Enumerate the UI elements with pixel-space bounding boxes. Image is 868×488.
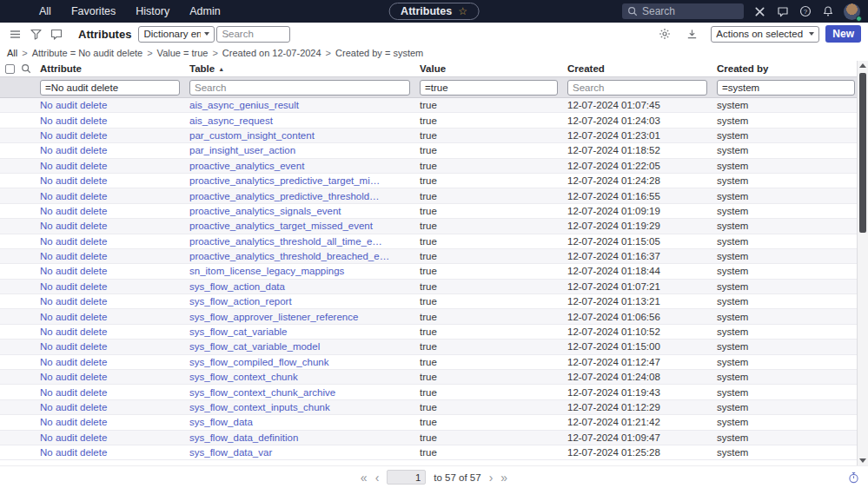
filter-attribute-input[interactable]: [40, 80, 180, 96]
attribute-link[interactable]: No audit delete: [40, 372, 107, 382]
table-link[interactable]: sys_flow_compiled_flow_chunk: [189, 357, 328, 367]
table-link[interactable]: sys_flow_data_var: [189, 447, 272, 458]
column-header-created[interactable]: Created: [567, 63, 717, 74]
attribute-link[interactable]: No audit delete: [40, 296, 107, 307]
attribute-link[interactable]: No audit delete: [40, 326, 107, 337]
table-link[interactable]: proactive_analytics_target_missed_event: [189, 221, 373, 231]
list-search-input[interactable]: [216, 26, 290, 43]
select-all-checkbox[interactable]: [5, 64, 15, 74]
table-link[interactable]: proactive_analytics_event: [189, 161, 304, 171]
table-link[interactable]: sys_flow_context_inputs_chunk: [189, 402, 330, 412]
table-link[interactable]: par_custom_insight_content: [189, 130, 315, 141]
attribute-link[interactable]: No audit delete: [40, 191, 107, 201]
table-link[interactable]: sys_flow_action_data: [189, 281, 285, 292]
created-cell: 12-07-2024 01:15:05: [567, 236, 717, 247]
attribute-link[interactable]: No audit delete: [40, 341, 107, 352]
nav-item-all[interactable]: All: [39, 5, 51, 17]
scrollbar-thumb[interactable]: [859, 73, 866, 233]
breadcrumb-item-created-by[interactable]: Created by = system: [335, 48, 423, 58]
attribute-link[interactable]: No audit delete: [40, 402, 107, 412]
scroll-down-arrow[interactable]: [859, 458, 866, 463]
column-header-created-by[interactable]: Created by: [717, 63, 857, 74]
attribute-link[interactable]: No audit delete: [40, 281, 107, 292]
filter-created-input[interactable]: [567, 80, 707, 96]
table-link[interactable]: proactive_analytics_predictive_threshold…: [189, 191, 380, 201]
notifications-bell-icon[interactable]: [821, 5, 834, 18]
list-menu-icon[interactable]: [7, 26, 23, 42]
attribute-link[interactable]: No audit delete: [40, 432, 107, 443]
table-link[interactable]: sys_flow_data_definition: [189, 432, 298, 443]
column-search-icon[interactable]: [21, 63, 40, 74]
list-chat-icon[interactable]: [49, 26, 64, 42]
attribute-link[interactable]: No audit delete: [40, 251, 107, 261]
tools-icon[interactable]: [753, 5, 766, 18]
breadcrumb-item-attribute[interactable]: Attribute = No audit delete: [32, 48, 143, 58]
attribute-link[interactable]: No audit delete: [40, 236, 107, 247]
nav-item-admin[interactable]: Admin: [189, 5, 220, 17]
created-by-cell: system: [717, 236, 857, 247]
nav-item-history[interactable]: History: [136, 5, 169, 17]
export-download-icon[interactable]: [684, 26, 699, 42]
global-search-input[interactable]: [642, 5, 739, 17]
table-selector-dropdown[interactable]: Dictionary entry Tab: [138, 26, 215, 43]
last-page-button[interactable]: »: [500, 472, 507, 484]
column-header-value[interactable]: Value: [420, 63, 567, 74]
attribute-link[interactable]: No audit delete: [40, 100, 107, 110]
attribute-link[interactable]: No audit delete: [40, 312, 107, 322]
new-button[interactable]: New: [825, 25, 861, 43]
column-header-attribute[interactable]: Attribute: [40, 63, 189, 74]
next-page-button[interactable]: ›: [489, 472, 494, 484]
table-link[interactable]: sys_flow_approver_listener_reference: [189, 312, 358, 322]
attribute-link[interactable]: No audit delete: [40, 266, 107, 276]
table-link[interactable]: sys_flow_context_chunk_archive: [189, 387, 335, 398]
response-time-icon[interactable]: [848, 472, 859, 484]
favorite-star-icon[interactable]: ☆: [458, 5, 467, 17]
table-link[interactable]: ais_async_request: [189, 115, 273, 126]
user-avatar[interactable]: [844, 3, 860, 20]
gear-icon[interactable]: [657, 26, 673, 42]
table-link[interactable]: sys_flow_action_report: [189, 296, 292, 307]
attribute-link[interactable]: No audit delete: [40, 175, 107, 186]
scroll-up-arrow[interactable]: [859, 63, 866, 68]
attribute-link[interactable]: No audit delete: [40, 161, 107, 171]
filter-icon[interactable]: [28, 26, 43, 42]
first-page-button[interactable]: «: [361, 472, 368, 484]
filter-table-input[interactable]: [189, 80, 410, 96]
chat-icon[interactable]: [776, 5, 789, 18]
table-link[interactable]: sn_itom_license_legacy_mappings: [189, 266, 344, 276]
table-link[interactable]: proactive_analytics_signals_event: [189, 206, 341, 216]
nav-item-favorites[interactable]: Favorites: [71, 5, 116, 17]
attribute-link[interactable]: No audit delete: [40, 221, 107, 231]
table-link[interactable]: par_insight_user_action: [189, 145, 295, 155]
filter-created-by-input[interactable]: [717, 80, 855, 96]
breadcrumb-item-value[interactable]: Value = true: [157, 48, 209, 58]
attribute-link[interactable]: No audit delete: [40, 417, 107, 427]
table-link[interactable]: sys_flow_data: [189, 417, 253, 427]
filter-value-input[interactable]: [420, 80, 558, 96]
attribute-link[interactable]: No audit delete: [40, 115, 107, 126]
attribute-link[interactable]: No audit delete: [40, 387, 107, 398]
context-pill[interactable]: Attributes ☆: [388, 3, 480, 20]
table-link[interactable]: proactive_analytics_threshold_all_time_e…: [189, 236, 382, 247]
table-link[interactable]: sys_flow_context_chunk: [189, 372, 298, 382]
table-link[interactable]: proactive_analytics_threshold_breached_e…: [189, 251, 389, 261]
attribute-link[interactable]: No audit delete: [40, 357, 107, 367]
vertical-scrollbar[interactable]: [857, 61, 868, 465]
global-search[interactable]: [622, 3, 744, 19]
row-offset-input[interactable]: [387, 470, 426, 485]
breadcrumb-item-created[interactable]: Created on 12-07-2024: [222, 48, 321, 58]
table-link[interactable]: proactive_analytics_predictive_target_mi…: [189, 175, 380, 186]
attribute-link[interactable]: No audit delete: [40, 447, 107, 458]
table-link[interactable]: sys_flow_cat_variable_model: [189, 341, 320, 352]
actions-dropdown[interactable]: Actions on selected rows...: [711, 26, 819, 43]
previous-page-button[interactable]: ‹: [375, 472, 380, 484]
attribute-link[interactable]: No audit delete: [40, 130, 107, 141]
table-row: No audit delete proactive_analytics_even…: [0, 159, 857, 174]
column-header-table[interactable]: Table ▲: [189, 63, 420, 74]
breadcrumb-item-all[interactable]: All: [7, 48, 17, 58]
table-link[interactable]: ais_async_genius_result: [189, 100, 299, 110]
help-icon[interactable]: ?: [798, 5, 812, 18]
attribute-link[interactable]: No audit delete: [40, 206, 107, 216]
table-link[interactable]: sys_flow_cat_variable: [189, 326, 288, 337]
attribute-link[interactable]: No audit delete: [40, 145, 107, 155]
